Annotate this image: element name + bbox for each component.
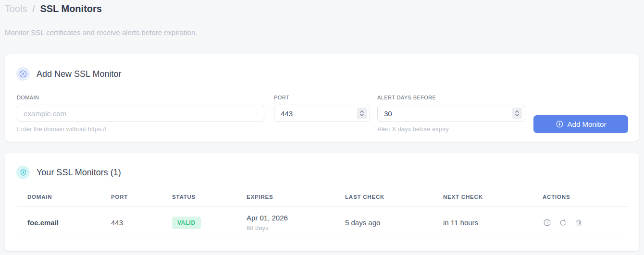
- column-header-port: PORT: [100, 194, 161, 206]
- monitors-card-header: Your SSL Monitors (1): [16, 166, 121, 179]
- alert-days-input[interactable]: [377, 105, 525, 122]
- monitor-expires-date: Apr 01, 2026: [247, 214, 334, 222]
- port-stepper[interactable]: [357, 108, 367, 119]
- column-header-next-check: NEXT CHECK: [433, 194, 532, 206]
- monitor-domain: foe.email: [17, 206, 100, 239]
- status-badge: VALID: [172, 217, 201, 229]
- domain-helper-text: Enter the domain without https://: [17, 125, 264, 133]
- monitors-card-title: Your SSL Monitors (1): [37, 168, 121, 178]
- domain-label: DOMAIN: [17, 95, 264, 100]
- add-monitor-button[interactable]: Add Monitor: [533, 115, 628, 133]
- monitors-card: Your SSL Monitors (1) DOMAIN PORT STATUS…: [5, 153, 639, 251]
- info-button[interactable]: [543, 219, 551, 227]
- monitor-next-check: in 11 hours: [433, 206, 532, 239]
- plus-circle-icon: [16, 67, 30, 81]
- monitor-port: 443: [100, 206, 161, 239]
- info-icon: [543, 219, 551, 227]
- column-header-last-check: LAST CHECK: [334, 194, 433, 206]
- table-header-row: DOMAIN PORT STATUS EXPIRES LAST CHECK NE…: [17, 194, 628, 206]
- table-row: foe.email 443 VALID Apr 01, 2026 68 days…: [17, 206, 628, 239]
- breadcrumb-separator: /: [30, 3, 37, 14]
- port-input[interactable]: [274, 105, 370, 122]
- refresh-button[interactable]: [558, 219, 567, 227]
- add-monitor-card-header: Add New SSL Monitor: [16, 67, 121, 81]
- column-header-actions: ACTIONS: [532, 194, 628, 206]
- add-monitor-card-title: Add New SSL Monitor: [37, 69, 121, 79]
- alert-days-label: ALERT DAYS BEFORE: [377, 95, 525, 100]
- monitor-expires-days: 68 days: [247, 224, 334, 231]
- plus-circle-icon: [556, 120, 564, 128]
- domain-field-group: DOMAIN Enter the domain without https://: [17, 95, 264, 133]
- alert-days-stepper[interactable]: [512, 108, 522, 119]
- page-subtitle: Monitor SSL certificates and receive ale…: [5, 28, 197, 36]
- trash-icon: [575, 219, 582, 227]
- shield-icon: [16, 166, 30, 179]
- row-actions: [543, 219, 628, 227]
- refresh-icon: [559, 219, 567, 227]
- add-monitor-button-label: Add Monitor: [568, 120, 607, 128]
- page-title: SSL Monitors: [40, 3, 102, 14]
- port-field-group: PORT: [274, 95, 370, 122]
- add-monitor-card: Add New SSL Monitor DOMAIN Enter the dom…: [5, 54, 639, 142]
- column-header-status: STATUS: [161, 194, 236, 206]
- column-header-expires: EXPIRES: [236, 194, 334, 206]
- port-label: PORT: [274, 95, 370, 100]
- column-header-domain: DOMAIN: [17, 194, 100, 206]
- delete-button[interactable]: [574, 219, 583, 227]
- alert-days-helper-text: Alert X days before expiry: [377, 125, 525, 133]
- breadcrumb: Tools / SSL Monitors: [5, 3, 102, 14]
- domain-input[interactable]: [17, 105, 264, 122]
- monitor-last-check: 5 days ago: [334, 206, 433, 239]
- breadcrumb-tools[interactable]: Tools: [5, 3, 27, 14]
- monitors-table: DOMAIN PORT STATUS EXPIRES LAST CHECK NE…: [17, 194, 628, 239]
- alert-days-field-group: ALERT DAYS BEFORE Alert X days before ex…: [377, 95, 525, 133]
